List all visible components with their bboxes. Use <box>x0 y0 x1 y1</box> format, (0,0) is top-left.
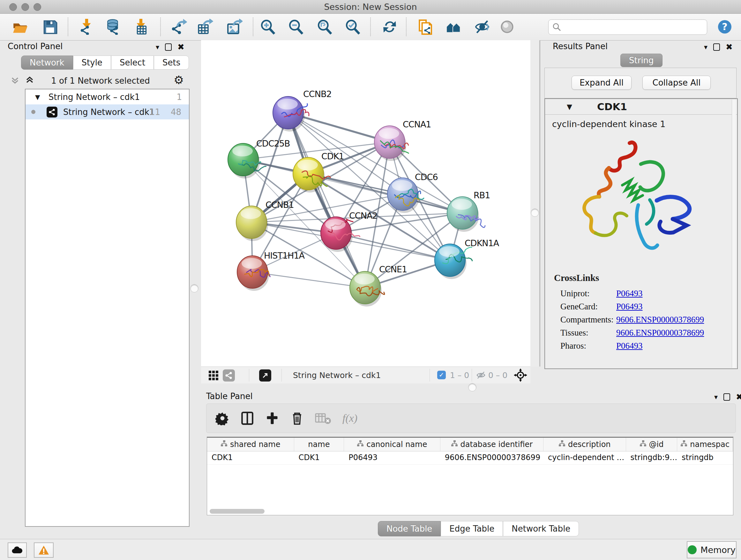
panel-collapse-icon[interactable]: ▾ <box>714 393 718 401</box>
collapse-protein-icon[interactable]: ▼ <box>567 103 572 111</box>
home-button[interactable] <box>446 19 461 35</box>
results-scrollbar[interactable] <box>732 100 736 368</box>
crosslink-link[interactable]: 9606.ENSP00000378699 <box>616 328 704 338</box>
table-cell[interactable]: stringdb <box>677 451 733 464</box>
column-header[interactable]: @id <box>626 438 677 451</box>
import-network-button[interactable] <box>79 19 95 35</box>
gear-icon[interactable]: ⚙ <box>174 73 184 86</box>
search-input[interactable] <box>564 21 702 33</box>
birdseye-icon[interactable] <box>514 368 527 383</box>
panel-float-icon[interactable] <box>724 393 730 401</box>
panel-close-icon[interactable]: ✖ <box>178 42 185 52</box>
tab-select[interactable]: Select <box>111 56 154 70</box>
table-cell[interactable]: cyclin-dependent … <box>543 451 626 464</box>
node-CDKN1A[interactable]: CDKN1A <box>434 238 499 279</box>
clear-table-icon[interactable] <box>315 411 332 425</box>
panel-close-icon[interactable]: ✖ <box>726 42 733 52</box>
warnings-button[interactable] <box>34 543 54 558</box>
copy-network-button[interactable] <box>417 19 433 35</box>
crosslink-link[interactable]: P06493 <box>616 341 643 351</box>
column-header[interactable]: shared name <box>207 438 294 451</box>
tab-string[interactable]: String <box>620 54 663 67</box>
add-column-icon[interactable] <box>265 411 279 425</box>
edge-CCNB2-CCNE1[interactable] <box>288 113 365 288</box>
results-splitter[interactable] <box>530 40 540 367</box>
horizontal-scrollbar[interactable] <box>210 509 265 514</box>
import-table-button[interactable] <box>133 19 149 35</box>
crosslink-link[interactable]: 9606.ENSP00000378699 <box>616 315 704 325</box>
tree-expand-icon[interactable]: ▼ <box>35 93 40 101</box>
export-image-button[interactable] <box>226 19 243 35</box>
tab-node-table[interactable]: Node Table <box>378 521 441 537</box>
open-session-button[interactable] <box>12 19 28 35</box>
panel-collapse-icon[interactable]: ▾ <box>704 43 708 51</box>
expand-all-button[interactable]: Expand All <box>571 76 631 90</box>
string-badge-icon[interactable] <box>223 369 235 381</box>
refresh-button[interactable] <box>382 19 398 35</box>
table-cell[interactable]: CDK1 <box>207 451 294 464</box>
node-CDK1[interactable]: CDK1 <box>293 151 344 192</box>
table-cell[interactable]: stringdb:9… <box>626 451 677 464</box>
columns-icon[interactable] <box>240 411 254 425</box>
network-canvas[interactable]: CCNB2CCNA1CDC25BCDK1CDC6RB1CCNB1CCNA2CDK… <box>201 40 530 367</box>
function-icon[interactable]: f(x) <box>342 412 357 424</box>
grid-view-icon[interactable] <box>208 370 219 382</box>
open-in-window-icon[interactable] <box>259 369 271 381</box>
node-CCNA1[interactable]: CCNA1 <box>374 119 431 161</box>
table-tabs: Node Table Edge Table Network Table <box>378 521 579 537</box>
selected-checkbox-icon[interactable]: ✓ <box>437 371 446 379</box>
hidden-eye-icon[interactable] <box>476 371 486 381</box>
delete-column-icon[interactable] <box>290 411 304 425</box>
gear-icon[interactable] <box>215 411 229 425</box>
tab-network[interactable]: Network <box>21 56 73 70</box>
sidebar-splitter-handle[interactable] <box>190 284 199 293</box>
import-network-database-button[interactable] <box>105 19 121 35</box>
results-splitter-handle[interactable] <box>531 208 539 217</box>
panel-close-icon[interactable]: ✖ <box>736 392 741 401</box>
collapse-all-button[interactable]: Collapse All <box>643 76 711 90</box>
tab-network-table[interactable]: Network Table <box>503 521 579 537</box>
table-row[interactable]: CDK1CDK1P064939606.ENSP00000378699cyclin… <box>207 451 733 464</box>
network-row-selected[interactable]: String Network – cdk1 11 48 <box>25 105 189 119</box>
network-view-title: String Network – cdk1 <box>293 371 381 380</box>
zoom-out-button[interactable] <box>288 19 304 35</box>
column-header[interactable]: name <box>294 438 344 451</box>
tab-edge-table[interactable]: Edge Table <box>441 521 503 537</box>
hide-selected-button[interactable] <box>474 19 490 35</box>
selected-count: 1 – 0 <box>450 371 469 380</box>
panel-collapse-icon[interactable]: ▾ <box>156 43 159 51</box>
crosslink-link[interactable]: P06493 <box>616 289 643 299</box>
memory-button[interactable]: Memory <box>687 541 737 558</box>
column-header[interactable]: namespac <box>677 438 733 451</box>
search-field[interactable] <box>548 19 707 35</box>
table-cell[interactable]: CDK1 <box>294 451 344 464</box>
edge-CCNA2-CDKN1A[interactable] <box>336 233 450 260</box>
table-cell[interactable]: P06493 <box>344 451 440 464</box>
export-table-button[interactable] <box>197 19 213 35</box>
panel-float-icon[interactable] <box>713 44 720 51</box>
node-count: 11 <box>150 107 160 117</box>
zoom-selected-button[interactable] <box>345 19 360 35</box>
node-CCNE1[interactable]: CCNE1 <box>350 264 407 307</box>
node-RB1[interactable]: RB1 <box>447 190 490 232</box>
cloud-button[interactable] <box>8 543 27 558</box>
zoom-in-button[interactable] <box>260 19 276 35</box>
tab-style[interactable]: Style <box>73 56 111 70</box>
column-header[interactable]: canonical name <box>344 438 440 451</box>
node-HIST1H1A[interactable]: HIST1H1A <box>237 251 305 291</box>
save-session-button[interactable] <box>42 19 58 35</box>
help-icon[interactable]: ? <box>718 20 731 34</box>
show-all-button[interactable] <box>499 19 515 35</box>
zoom-fit-button[interactable] <box>317 19 333 35</box>
panel-float-icon[interactable] <box>165 44 172 51</box>
column-header[interactable]: description <box>543 438 626 451</box>
network-collection-row[interactable]: ▼ String Network – cdk1 1 <box>25 89 189 105</box>
tab-sets[interactable]: Sets <box>154 56 189 70</box>
toolbar-separator <box>253 17 253 36</box>
column-header[interactable]: database identifier <box>441 438 543 451</box>
table-cell[interactable]: 9606.ENSP00000378699 <box>441 451 543 464</box>
crosslink-link[interactable]: P06493 <box>616 302 643 312</box>
export-network-button[interactable] <box>171 19 187 35</box>
node-CDC6[interactable]: CDC6 <box>387 172 438 213</box>
footer-separator <box>472 369 472 381</box>
